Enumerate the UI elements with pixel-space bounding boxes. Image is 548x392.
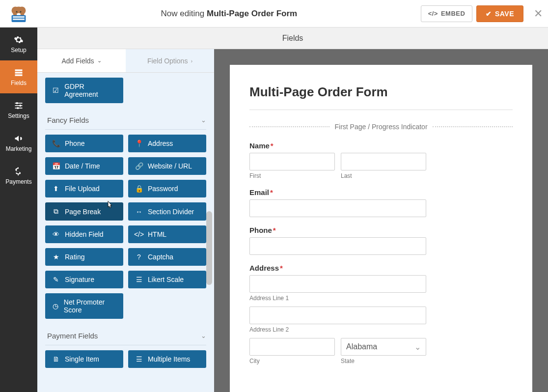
sidebar-label: Marketing [6,145,32,152]
chevron-down-icon: ⌄ [201,332,206,339]
editing-form-name: Multi-Page Order Form [207,9,297,18]
dollar-icon [14,167,24,176]
close-button[interactable]: ✕ [528,7,548,20]
tab-add-fields[interactable]: Add Fields⌄ [37,49,126,72]
field-sectiondivider[interactable]: ↔Section Divider [128,202,206,221]
tachometer-icon: ◷ [52,302,59,310]
field-multiple-items[interactable]: ☰Multiple Items [128,350,206,368]
field-fileupload[interactable]: ⬆File Upload [45,180,123,197]
form-title: Multi-Page Order Form [249,84,513,100]
city-sublabel: City [249,358,335,364]
calendar-icon: 📅 [52,162,60,170]
address-label: Address* [249,264,513,272]
pencil-icon: ✎ [52,276,60,283]
check-square-icon: ☑ [52,86,59,94]
chevron-down-icon: ⌄ [201,116,206,124]
field-name[interactable]: Name* First Last [249,141,513,179]
save-button[interactable]: ✔ SAVE [476,5,523,22]
field-gdpr[interactable]: ☑GDPR Agreement [45,78,123,103]
svg-rect-11 [15,74,23,76]
sidebar-item-marketing[interactable]: Marketing [0,126,37,159]
arrows-h-icon: ↔ [135,208,143,216]
subheader-fields: Fields [37,28,548,49]
first-name-input[interactable] [249,153,335,170]
bullhorn-icon [14,134,24,143]
address-line1-input[interactable] [249,275,426,293]
svg-rect-10 [15,72,23,73]
phone-input[interactable] [249,237,426,255]
form-icon [14,68,24,78]
field-rating[interactable]: ★Rating [45,248,123,266]
field-address[interactable]: Address* Address Line 1 Address Line 2 C… [249,264,513,364]
svg-rect-8 [13,18,25,20]
svg-point-4 [20,11,21,12]
name-label: Name* [249,141,513,150]
sidebar-item-settings[interactable]: Settings [0,93,37,126]
field-signature[interactable]: ✎Signature [45,271,123,288]
field-email[interactable]: Email* [249,188,513,217]
sidebar-item-fields[interactable]: Fields [0,60,37,93]
svg-point-13 [16,102,18,104]
field-html[interactable]: </>HTML [128,225,206,243]
phone-label: Phone* [249,226,513,234]
sidebar-label: Payments [5,178,31,185]
address-line2-input[interactable] [249,307,426,324]
section-payment-fields[interactable]: Payment Fields⌄ [45,319,206,345]
eye-slash-icon: 👁 [52,230,60,238]
state-sublabel: State [341,358,426,364]
main-sidebar: Setup Fields Settings Marketing Payments [0,28,37,392]
app-logo [0,0,37,28]
field-pagebreak[interactable]: ⧉Page Break [45,202,123,221]
copy-icon: ⧉ [52,207,60,216]
sidebar-label: Settings [8,112,29,119]
field-address[interactable]: 📍Address [128,135,206,152]
form-preview: Multi-Page Order Form First Page / Progr… [214,49,548,392]
list-icon: ☰ [135,276,143,283]
last-name-input[interactable] [341,153,426,170]
email-input[interactable] [249,199,426,217]
svg-rect-9 [15,69,23,71]
addr2-sublabel: Address Line 2 [249,326,513,333]
last-sublabel: Last [341,172,426,179]
check-icon: ✔ [486,10,492,18]
tab-field-options[interactable]: Field Options› [126,49,214,72]
progress-label: First Page / Progress Indicator [334,123,427,131]
field-nps[interactable]: ◷Net Promoter Score [45,293,123,319]
state-select[interactable]: Alabama ⌄ [341,338,426,356]
field-hidden[interactable]: 👁Hidden Field [45,225,123,243]
sidebar-item-setup[interactable]: Setup [0,28,37,60]
svg-point-15 [19,104,21,106]
code-icon: </> [428,10,438,17]
addr1-sublabel: Address Line 1 [249,295,513,302]
scrollbar-thumb[interactable] [206,211,212,285]
email-label: Email* [249,188,513,196]
editing-title: Now editing Multi-Page Order Form [37,9,421,19]
sidebar-item-payments[interactable]: Payments [0,159,37,192]
sliders-icon [14,101,24,111]
state-value: Alabama [346,342,377,351]
embed-button[interactable]: </> EMBED [421,5,473,22]
phone-icon: 📞 [52,140,60,147]
code-icon: </> [135,230,143,238]
city-input[interactable] [249,338,335,356]
field-likert[interactable]: ☰Likert Scale [128,271,206,288]
sidebar-label: Setup [11,47,26,54]
field-datetime[interactable]: 📅Date / Time [45,157,123,175]
link-icon: 🔗 [135,162,143,170]
list-icon: ☰ [135,355,143,363]
field-phone[interactable]: 📞Phone [45,135,123,152]
svg-point-17 [17,107,19,109]
field-single-item[interactable]: 🗎Single Item [45,350,123,368]
field-website[interactable]: 🔗Website / URL [128,157,206,175]
embed-label: EMBED [441,10,465,17]
field-password[interactable]: 🔒Password [128,180,206,197]
editing-prefix: Now editing [161,9,207,18]
first-sublabel: First [249,172,335,179]
field-captcha[interactable]: ?Captcha [128,248,206,266]
field-phone[interactable]: Phone* [249,226,513,255]
panel-scrollbar[interactable] [206,49,212,392]
section-fancy-fields[interactable]: Fancy Fields⌄ [45,103,206,130]
top-bar: Now editing Multi-Page Order Form </> EM… [0,0,548,28]
map-pin-icon: 📍 [135,140,143,147]
chevron-down-icon: ⌄ [97,57,102,64]
